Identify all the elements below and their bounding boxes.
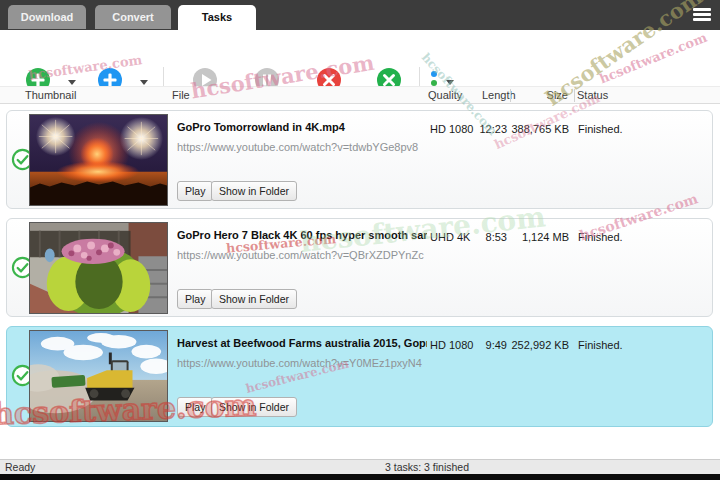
status-ready-text: Ready <box>5 461 35 473</box>
add-files-dropdown-caret[interactable] <box>140 80 148 85</box>
task-status: Finished. <box>578 339 623 351</box>
task-title: GoPro Tomorrowland in 4K.mp4 <box>177 121 427 133</box>
show-in-folder-button[interactable]: Show in Folder <box>211 289 297 309</box>
play-button[interactable]: Play <box>177 181 213 201</box>
status-bar: Ready 3 tasks: 3 finished <box>0 459 720 474</box>
column-file[interactable]: File <box>172 89 190 101</box>
tab-tasks[interactable]: Tasks <box>178 5 256 30</box>
toolbar: Paste URL Add Files Start <box>0 30 720 86</box>
paste-url-dropdown-caret[interactable] <box>68 80 76 85</box>
show-in-folder-button[interactable]: Show in Folder <box>211 397 297 417</box>
tab-convert[interactable]: Convert <box>95 5 171 29</box>
video-thumbnail-flowers <box>29 222 168 314</box>
bottom-strip <box>0 474 720 480</box>
tab-download[interactable]: Download <box>8 5 86 29</box>
column-thumbnail[interactable]: Thumbnail <box>25 89 76 101</box>
column-divider <box>574 89 575 102</box>
task-length: 8:53 <box>447 231 507 243</box>
video-thumbnail-fireworks <box>29 114 168 206</box>
menu-icon[interactable] <box>693 8 711 22</box>
task-length: 9:49 <box>447 339 507 351</box>
column-quality[interactable]: Quality <box>428 89 462 101</box>
task-url: https://www.youtube.com/watch?v=Y0MEz1px… <box>177 357 422 369</box>
task-url: https://www.youtube.com/watch?v=tdwbYGe8… <box>177 141 418 153</box>
app-window: Download Convert Tasks Paste URL Add Fil… <box>0 0 720 480</box>
video-thumbnail-tractor <box>29 330 168 422</box>
task-url: https://www.youtube.com/watch?v=QBrXZDPY… <box>177 249 424 261</box>
task-row-3-selected[interactable]: Harvest at Beefwood Farms australia 2015… <box>6 326 713 427</box>
task-list: GoPro Tomorrowland in 4K.mp4 https://www… <box>0 104 720 459</box>
column-header: Thumbnail File Quality Length Size Statu… <box>0 86 720 104</box>
more-options-caret[interactable] <box>446 80 454 85</box>
task-status: Finished. <box>578 123 623 135</box>
show-in-folder-button[interactable]: Show in Folder <box>211 181 297 201</box>
play-button[interactable]: Play <box>177 397 213 417</box>
task-size: 388,765 KB <box>507 123 569 135</box>
column-divider <box>510 89 511 102</box>
task-title: Harvest at Beefwood Farms australia 2015… <box>177 337 427 349</box>
status-task-count: 3 tasks: 3 finished <box>385 461 469 473</box>
title-bar: Download Convert Tasks <box>0 0 720 30</box>
task-row-1[interactable]: GoPro Tomorrowland in 4K.mp4 https://www… <box>6 110 713 209</box>
task-row-2[interactable]: GoPro Hero 7 Black 4K 60 fps hyper smoot… <box>6 218 713 317</box>
task-size: 1,124 MB <box>507 231 569 243</box>
task-length: 12:23 <box>447 123 507 135</box>
task-size: 252,992 KB <box>507 339 569 351</box>
column-size[interactable]: Size <box>520 89 568 101</box>
column-status[interactable]: Status <box>577 89 608 101</box>
task-title: GoPro Hero 7 Black 4K 60 fps hyper smoot… <box>177 229 427 241</box>
task-status: Finished. <box>578 231 623 243</box>
play-button[interactable]: Play <box>177 289 213 309</box>
